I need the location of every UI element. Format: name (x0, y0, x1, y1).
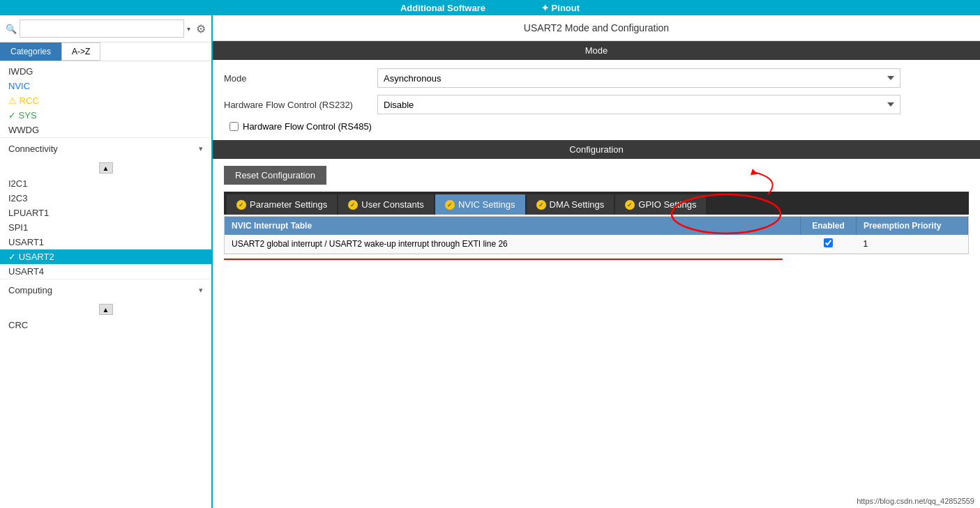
user-constants-icon: ✓ (348, 200, 358, 210)
mode-content: Mode Asynchronous Synchronous Disable Ha… (213, 60, 980, 140)
sidebar-items-list: IWDG NVIC ⚠ RCC ✓ SYS WWDG Connectivity … (0, 61, 211, 508)
tab-categories[interactable]: Categories (0, 43, 61, 61)
hw-flow-rs232-label: Hardware Flow Control (RS232) (224, 100, 377, 110)
mode-row: Mode Asynchronous Synchronous Disable (224, 68, 969, 88)
computing-chevron-icon: ▾ (199, 286, 203, 295)
sidebar-item-wwdg[interactable]: WWDG (0, 123, 211, 137)
main-layout: 🔍 ▾ ⚙ Categories A->Z IWDG NVIC ⚠ RCC ✓ … (0, 15, 980, 508)
hw-flow-rs485-checkbox[interactable] (229, 122, 239, 131)
content-area: USART2 Mode and Configuration Mode Mode … (213, 15, 980, 508)
sidebar-item-lpuart1[interactable]: LPUART1 (0, 206, 211, 220)
nvic-table-row: USART2 global interrupt / USART2 wake-up… (225, 235, 968, 254)
sidebar-item-rcc[interactable]: ⚠ RCC (0, 93, 211, 108)
tab-gpio-settings-label: GPIO Settings (638, 199, 696, 210)
tab-parameter-settings[interactable]: ✓ Parameter Settings (227, 194, 337, 215)
config-tabs: ✓ Parameter Settings ✓ User Constants ✓ … (224, 192, 969, 215)
nvic-interrupt-name: USART2 global interrupt / USART2 wake-up… (225, 235, 801, 254)
tab-parameter-settings-label: Parameter Settings (250, 199, 327, 210)
nvic-settings-icon: ✓ (445, 200, 455, 210)
dma-settings-icon: ✓ (536, 200, 546, 210)
mode-label: Mode (224, 73, 377, 84)
tab-user-constants-label: User Constants (361, 199, 424, 210)
hw-flow-rs232-row: Hardware Flow Control (RS232) Disable CT… (224, 95, 969, 114)
top-bar: Additional Software ✦ Pinout (0, 0, 980, 15)
tab-dma-settings[interactable]: ✓ DMA Settings (527, 194, 615, 215)
tab-az[interactable]: A->Z (61, 43, 100, 61)
bottom-link: https://blog.csdn.net/qq_42852559 (857, 497, 974, 505)
config-content: Reset Configuration ✓ Parameter Settings… (213, 159, 980, 508)
search-icon: 🔍 (6, 24, 17, 34)
connectivity-chevron-icon: ▾ (199, 144, 203, 153)
pinout-btn[interactable]: ✦ Pinout (541, 3, 580, 13)
parameter-settings-icon: ✓ (236, 200, 246, 210)
gear-icon[interactable]: ⚙ (196, 22, 206, 36)
nvic-enabled-checkbox[interactable] (824, 238, 833, 247)
sidebar-item-i2c3[interactable]: I2C3 (0, 191, 211, 206)
sidebar: 🔍 ▾ ⚙ Categories A->Z IWDG NVIC ⚠ RCC ✓ … (0, 15, 213, 508)
sidebar-item-spi1[interactable]: SPI1 (0, 220, 211, 235)
additional-software-btn[interactable]: Additional Software (400, 3, 485, 13)
nvic-priority-cell: 1 (857, 235, 968, 254)
sidebar-item-iwdg[interactable]: IWDG (0, 64, 211, 79)
reset-configuration-button[interactable]: Reset Configuration (224, 166, 326, 185)
hw-flow-rs485-label: Hardware Flow Control (RS485) (243, 121, 372, 132)
category-tabs: Categories A->Z (0, 43, 211, 61)
connectivity-section-header[interactable]: Connectivity ▾ (0, 137, 211, 160)
tab-nvic-settings-label: NVIC Settings (458, 199, 515, 210)
computing-section-header[interactable]: Computing ▾ (0, 279, 211, 301)
connectivity-expand: ▲ (0, 160, 211, 176)
sidebar-header: 🔍 ▾ ⚙ (0, 15, 211, 43)
sidebar-item-sys[interactable]: ✓ SYS (0, 108, 211, 123)
config-section-header: Configuration (213, 140, 980, 159)
nvic-table: NVIC Interrupt Table Enabled Preemption … (225, 217, 968, 254)
tab-nvic-settings[interactable]: ✓ NVIC Settings (435, 194, 525, 215)
sidebar-item-i2c1[interactable]: I2C1 (0, 176, 211, 191)
sidebar-item-usart1[interactable]: USART1 (0, 235, 211, 249)
hw-flow-rs232-select[interactable]: Disable CTS Only RTS Only CTS/RTS (377, 95, 900, 114)
nvic-col-enabled: Enabled (801, 217, 857, 235)
connectivity-label: Connectivity (8, 144, 58, 154)
nvic-col-priority: Preemption Priority (857, 217, 968, 235)
svg-marker-1 (751, 169, 757, 175)
config-tabs-container: ✓ Parameter Settings ✓ User Constants ✓ … (224, 192, 969, 215)
computing-expand-btn[interactable]: ▲ (99, 304, 113, 315)
nvic-enabled-cell (801, 235, 857, 254)
tab-gpio-settings[interactable]: ✓ GPIO Settings (615, 194, 706, 215)
sidebar-item-usart2[interactable]: USART2 (0, 249, 211, 264)
mode-section-header: Mode (213, 41, 980, 60)
connectivity-expand-btn[interactable]: ▲ (99, 162, 113, 174)
tab-dma-settings-label: DMA Settings (550, 199, 605, 210)
hw-flow-rs485-row: Hardware Flow Control (RS485) (229, 121, 969, 132)
gpio-settings-icon: ✓ (625, 200, 635, 210)
nvic-table-wrapper: NVIC Interrupt Table Enabled Preemption … (224, 216, 969, 254)
tab-user-constants[interactable]: ✓ User Constants (338, 194, 434, 215)
sidebar-item-nvic[interactable]: NVIC (0, 79, 211, 93)
search-input[interactable] (20, 20, 184, 38)
annotation-underline (224, 259, 783, 260)
computing-label: Computing (8, 285, 52, 295)
mode-select[interactable]: Asynchronous Synchronous Disable (377, 68, 900, 88)
sidebar-item-crc[interactable]: CRC (0, 318, 211, 332)
content-title: USART2 Mode and Configuration (213, 15, 980, 41)
nvic-col-interrupt: NVIC Interrupt Table (225, 217, 801, 235)
dropdown-arrow-icon[interactable]: ▾ (187, 25, 190, 33)
computing-expand: ▲ (0, 301, 211, 318)
sidebar-item-usart4[interactable]: USART4 (0, 264, 211, 279)
